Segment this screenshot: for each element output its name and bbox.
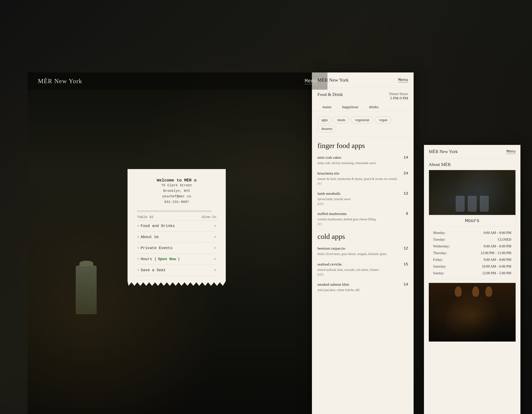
menu-panel: MÉR New York Menu Food & Drink Dinner Ho… xyxy=(312,72,414,414)
menu-item-mushrooms-price: 9 xyxy=(406,212,408,216)
receipt-item-about[interactable]: About Us + xyxy=(137,233,216,241)
menu-item-salmon-price: 14 xyxy=(404,282,408,287)
receipt-sep-4 xyxy=(137,254,216,254)
hours-thursday-day: Thursday: xyxy=(433,251,447,255)
menu-item-meatballs-desc: spiced lamb, tzatziki sauce xyxy=(317,197,408,201)
hours-sunday-time: 12:00 PM – 5:00 PM xyxy=(482,271,511,275)
menu-item-salmon-desc: mini pancakes, crème fraîche, dill xyxy=(317,288,408,292)
filter-vegetarian[interactable]: vegetarian xyxy=(351,117,373,124)
category-finger-food: finger food apps xyxy=(317,141,408,150)
cocktail-glass xyxy=(76,266,96,314)
receipt-events-label: Private Events xyxy=(137,246,172,250)
main-nav-menu-button[interactable]: Menu xyxy=(305,78,317,84)
receipt-item-events[interactable]: Private Events + xyxy=(137,244,216,252)
receipt-food-plus: + xyxy=(214,224,216,228)
hours-thursday: Thursday: 12:00 PM – 11:00 PM xyxy=(433,250,511,256)
menu-item-salmon-header: smoked salmon blini 14 xyxy=(317,282,408,287)
menu-item-crab-name: mini crab cakes xyxy=(317,155,341,160)
menu-title-row: Food & Drink Dinner Hours 5 PM-9 PM xyxy=(312,88,414,102)
menu-panel-nav-button[interactable]: Menu xyxy=(398,78,408,82)
receipt-sep-2 xyxy=(137,231,216,232)
tab-drinks[interactable]: drinks xyxy=(364,102,384,111)
main-nav-logo: MÉR New York xyxy=(38,78,82,85)
glasses-decoration xyxy=(456,196,489,211)
receipt-divider-top: ======================================== xyxy=(137,210,216,213)
glass-2 xyxy=(468,196,476,211)
hours-monday-day: Monday: xyxy=(433,231,446,235)
receipt-item-food[interactable]: Food and Drinks + xyxy=(137,222,216,230)
hours-box: Hours Monday: 9:00 AM – 8:00 PM Tuesday:… xyxy=(429,170,516,279)
menu-item-carpaccio-desc: thinly sliced beets, goat cheese, arugul… xyxy=(317,252,408,256)
menu-content: finger food apps mini crab cakes 14 lump… xyxy=(312,138,414,295)
hours-saturday-day: Saturday: xyxy=(433,265,446,268)
menu-item-salmon-name: smoked salmon blini xyxy=(317,282,349,287)
hours-tuesday: Tuesday: CLOSED xyxy=(433,236,511,243)
receipt-about-label: About Us xyxy=(137,235,159,239)
hours-sunday: Sunday: 12:00 PM – 5:00 PM xyxy=(433,270,511,276)
receipt-sep-1 xyxy=(137,220,216,221)
lamp-2 xyxy=(472,286,479,297)
filter-meats[interactable]: meats xyxy=(333,117,350,124)
menu-item-bruschetta-desc: tomato & basil, mushroom & thyme, peach … xyxy=(317,177,408,181)
menu-item-ceviche-header: seafood ceviche 15 xyxy=(317,262,408,266)
menu-hours-info: Dinner Hours 5 PM-9 PM xyxy=(389,92,408,100)
hours-wednesday-time: 9:00 AM – 8:00 PM xyxy=(484,244,511,248)
receipt-item-seat[interactable]: Save a Seat + xyxy=(137,266,216,274)
menu-item-mushrooms-desc: cremini mushrooms, herbed goat cheese fi… xyxy=(317,217,408,222)
hours-tuesday-time: CLOSED xyxy=(498,237,511,241)
receipt-seat-label: Save a Seat xyxy=(137,268,166,272)
table-silhouette xyxy=(429,314,516,342)
menu-item-mushrooms: stuffed mushrooms 9 cremini mushrooms, h… xyxy=(317,209,408,229)
receipt-seat-plus: + xyxy=(214,268,216,273)
hours-wednesday: Wednesday: 9:00 AM – 8:00 PM xyxy=(433,243,511,250)
receipt-card: Welcome to MÉR ◎ 75 Clark Street Brookly… xyxy=(128,169,226,286)
menu-item-crab-header: mini crab cakes 14 xyxy=(317,155,408,160)
receipt-header: Welcome to MÉR ◎ 75 Clark Street Brookly… xyxy=(137,178,216,205)
menu-item-meatballs-header: lamb meatballs 13 xyxy=(317,191,408,196)
about-bottom-image xyxy=(429,283,516,342)
menu-item-ceviche: seafood ceviche 15 mixed seafood, lime, … xyxy=(317,259,408,279)
hours-tuesday-day: Tuesday: xyxy=(433,237,446,241)
menu-item-salmon: smoked salmon blini 14 mini pancakes, cr… xyxy=(317,279,408,295)
main-navbar: MÉR New York Menu xyxy=(28,72,327,90)
menu-item-bruschetta: bruschetta trio 24 tomato & basil, mushr… xyxy=(317,168,408,188)
filter-desserts[interactable]: desserts xyxy=(317,125,336,132)
menu-item-bruschetta-name: bruschetta trio xyxy=(317,171,339,176)
menu-item-ceviche-tag: (GF) xyxy=(317,273,408,276)
tab-mains[interactable]: mains xyxy=(317,102,337,111)
hours-image xyxy=(429,170,515,215)
menu-item-mushrooms-header: stuffed mushrooms 9 xyxy=(317,211,408,216)
menu-item-carpaccio-name: beetroot carpaccio xyxy=(317,246,345,251)
receipt-welcome: Welcome to MÉR ◎ xyxy=(137,178,216,183)
filter-apps[interactable]: apps xyxy=(317,117,332,124)
receipt-hours-plus: + xyxy=(214,257,216,262)
receipt-about-plus: + xyxy=(214,235,216,239)
hours-list: Monday: 9:00 AM – 8:00 PM Tuesday: CLOSE… xyxy=(429,227,515,279)
filter-vegan[interactable]: vegan xyxy=(375,117,391,124)
menu-item-ceviche-price: 15 xyxy=(404,262,408,266)
hours-wednesday-day: Wednesday: xyxy=(433,244,450,248)
about-navbar: MÉR New York Menu xyxy=(424,145,521,158)
about-section-title: About MÉR xyxy=(424,158,521,170)
menu-tabs: mains happyhour drinks xyxy=(312,102,414,112)
menu-item-meatballs-tag: (GF) xyxy=(317,202,408,206)
menu-item-bruschetta-tag: (V) xyxy=(317,182,408,186)
menu-item-mushrooms-name: stuffed mushrooms xyxy=(317,211,347,216)
menu-item-mushrooms-tag: (V) xyxy=(317,222,408,226)
menu-item-ceviche-name: seafood ceviche xyxy=(317,262,342,266)
menu-item-carpaccio-header: beetroot carpaccio 12 xyxy=(317,246,408,251)
menu-item-bruschetta-price: 24 xyxy=(404,171,408,176)
tab-happyhour[interactable]: happyhour xyxy=(337,102,363,111)
lamp-3 xyxy=(485,286,492,297)
menu-item-crab-cakes: mini crab cakes 14 lump crab, old bay se… xyxy=(317,152,408,168)
main-website-panel: MÉR New York Menu Welcome to MÉR ◎ 75 Cl… xyxy=(28,72,327,414)
receipt-address: 75 Clark Street Brooklyn, NYC yeschef@me… xyxy=(137,183,216,205)
menu-item-carpaccio-price: 12 xyxy=(404,246,408,251)
menu-item-bruschetta-header: bruschetta trio 24 xyxy=(317,171,408,176)
receipt-item-hours[interactable]: Hours (Open Now) + xyxy=(137,255,216,263)
glass-1 xyxy=(456,196,465,211)
menu-item-crab-price: 14 xyxy=(404,155,408,160)
about-panel-nav-button[interactable]: Menu xyxy=(506,149,516,154)
open-now-badge: Open Now xyxy=(158,257,176,261)
about-panel-logo: MÉR New York xyxy=(429,149,458,154)
